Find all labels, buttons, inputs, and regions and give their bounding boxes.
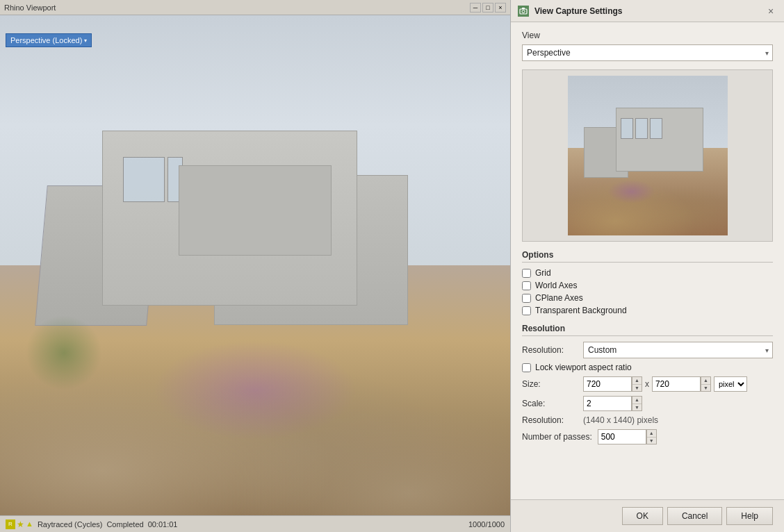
help-button[interactable]: Help xyxy=(726,507,773,525)
preview-flowers xyxy=(607,180,655,204)
resolution-dropdown[interactable]: Custom Viewport 1920x1080 (HD) 3840x2160… xyxy=(583,342,773,358)
height-input[interactable] xyxy=(652,376,701,392)
world-axes-checkbox[interactable] xyxy=(522,281,531,290)
maximize-button[interactable]: □ xyxy=(482,3,493,13)
lock-aspect-checkbox[interactable] xyxy=(522,363,531,372)
world-axes-checkbox-row: World Axes xyxy=(522,281,773,290)
render-background xyxy=(0,15,510,515)
resolution-dropdown-area[interactable]: Custom Viewport 1920x1080 (HD) 3840x2160… xyxy=(583,342,773,358)
preview-window xyxy=(635,118,648,139)
grid-label: Grid xyxy=(535,268,551,278)
cplane-axes-checkbox-row: CPlane Axes xyxy=(522,293,773,303)
passes-label: Number of passes: xyxy=(522,432,592,442)
render-time-text: 00:01:01 xyxy=(148,520,178,529)
cplane-axes-label: CPlane Axes xyxy=(535,293,583,303)
passes-control-area: ▲ ▼ xyxy=(598,429,773,444)
viewport-title: Rhino Viewport xyxy=(4,3,56,12)
perspective-locked-label: Perspective (Locked) xyxy=(10,36,82,44)
resolution-info-area: (1440 x 1440) pixels xyxy=(583,415,773,425)
perspective-dropdown-arrow: ▾ xyxy=(84,38,87,44)
scale-row: Scale: ▲ ▼ xyxy=(522,396,773,411)
resolution-section: Resolution Resolution: Custom Viewport 1… xyxy=(522,324,773,444)
height-down-arrow[interactable]: ▼ xyxy=(701,385,710,392)
render-state-text: Completed xyxy=(106,520,143,529)
resolution-info-label: Resolution: xyxy=(522,415,578,425)
scale-arrows: ▲ ▼ xyxy=(632,396,642,411)
close-settings-button[interactable]: × xyxy=(765,5,777,17)
resolution-info-value: (1440 x 1440) pixels xyxy=(583,415,658,425)
resolution-dropdown-wrapper[interactable]: Custom Viewport 1920x1080 (HD) 3840x2160… xyxy=(583,342,773,358)
passes-row: Number of passes: ▲ ▼ xyxy=(522,429,773,444)
settings-title-text: View Capture Settings xyxy=(534,6,759,16)
preview-image xyxy=(568,76,728,235)
viewport-panel: Rhino Viewport ─ □ × Perspective (Locked… xyxy=(0,0,510,532)
ok-button[interactable]: OK xyxy=(622,507,663,525)
preview-window xyxy=(650,118,662,139)
passes-arrows: ▲ ▼ xyxy=(646,429,657,444)
passes-spinner-group: ▲ ▼ xyxy=(598,429,657,444)
window-pane xyxy=(123,157,165,202)
view-dropdown[interactable]: Perspective Top Front Right xyxy=(522,44,773,61)
height-spinner-group: ▲ ▼ xyxy=(652,376,711,392)
perspective-locked-button[interactable]: Perspective (Locked) ▾ xyxy=(6,33,92,47)
width-spinner-group: ▲ ▼ xyxy=(583,376,642,392)
render-progress-text: 1000/1000 xyxy=(468,520,505,529)
world-axes-label: World Axes xyxy=(535,281,577,290)
minimize-button[interactable]: ─ xyxy=(470,3,481,13)
camera-icon xyxy=(518,6,529,17)
scale-down-arrow[interactable]: ▼ xyxy=(632,404,642,411)
vegetation-layer xyxy=(26,315,102,390)
lock-aspect-label: Lock viewport aspect ratio xyxy=(535,363,632,372)
cancel-button[interactable]: Cancel xyxy=(667,507,722,525)
scale-up-arrow[interactable]: ▲ xyxy=(632,397,642,404)
render-mode-text: Raytraced (Cycles) xyxy=(38,520,103,529)
preview-container xyxy=(522,69,773,242)
preview-building-main xyxy=(616,108,704,172)
status-icon-star: ★ xyxy=(17,519,24,529)
svg-point-1 xyxy=(522,10,525,13)
width-down-arrow[interactable]: ▼ xyxy=(632,385,642,392)
options-section: Options Grid World Axes CPlane Axes Tran… xyxy=(522,250,773,315)
lock-aspect-row: Lock viewport aspect ratio xyxy=(522,363,773,372)
transparent-bg-label: Transparent Background xyxy=(535,306,627,315)
width-arrows: ▲ ▼ xyxy=(632,376,642,392)
scale-label: Scale: xyxy=(522,399,578,408)
viewport-titlebar: Rhino Viewport ─ □ × xyxy=(0,0,510,15)
grid-checkbox[interactable] xyxy=(522,269,531,278)
x-separator: x xyxy=(645,379,649,389)
width-input[interactable] xyxy=(583,376,632,392)
passes-down-arrow[interactable]: ▼ xyxy=(647,438,656,444)
status-left: R ★ ▲ Raytraced (Cycles) Completed 00:01… xyxy=(6,519,177,529)
size-control-area: ▲ ▼ x ▲ ▼ pixels inches xyxy=(583,376,773,392)
size-row: Size: ▲ ▼ x ▲ ▼ xyxy=(522,376,773,392)
svg-rect-2 xyxy=(522,8,525,9)
unit-dropdown[interactable]: pixels inches cm xyxy=(714,376,747,392)
height-arrows: ▲ ▼ xyxy=(701,376,711,392)
viewport-statusbar: R ★ ▲ Raytraced (Cycles) Completed 00:01… xyxy=(0,515,510,532)
resolution-header: Resolution xyxy=(522,324,773,336)
passes-up-arrow[interactable]: ▲ xyxy=(647,430,656,438)
transparent-bg-checkbox[interactable] xyxy=(522,306,531,315)
passes-input[interactable] xyxy=(598,429,646,444)
status-right: 1000/1000 xyxy=(468,520,505,529)
view-dropdown-wrapper[interactable]: Perspective Top Front Right xyxy=(522,44,773,61)
close-viewport-button[interactable]: × xyxy=(495,3,506,13)
height-up-arrow[interactable]: ▲ xyxy=(701,377,710,385)
viewport-canvas: Perspective (Locked) ▾ xyxy=(0,15,510,515)
status-icon-box: R xyxy=(6,519,15,529)
scale-input[interactable] xyxy=(583,396,632,411)
transparent-bg-checkbox-row: Transparent Background xyxy=(522,306,773,315)
resolution-dropdown-row: Resolution: Custom Viewport 1920x1080 (H… xyxy=(522,342,773,358)
preview-windows xyxy=(621,118,662,139)
grid-checkbox-row: Grid xyxy=(522,268,773,278)
settings-footer: OK Cancel Help xyxy=(511,499,784,532)
resolution-dropdown-label: Resolution: xyxy=(522,345,578,355)
settings-panel: View Capture Settings × View Perspective… xyxy=(510,0,784,532)
width-up-arrow[interactable]: ▲ xyxy=(632,377,642,385)
status-icons: R ★ ▲ xyxy=(6,519,33,529)
view-section: View Perspective Top Front Right xyxy=(522,31,773,61)
building-top xyxy=(179,165,332,256)
settings-titlebar: View Capture Settings × xyxy=(511,0,784,22)
cplane-axes-checkbox[interactable] xyxy=(522,294,531,303)
viewport-titlebar-buttons: ─ □ × xyxy=(470,3,506,13)
